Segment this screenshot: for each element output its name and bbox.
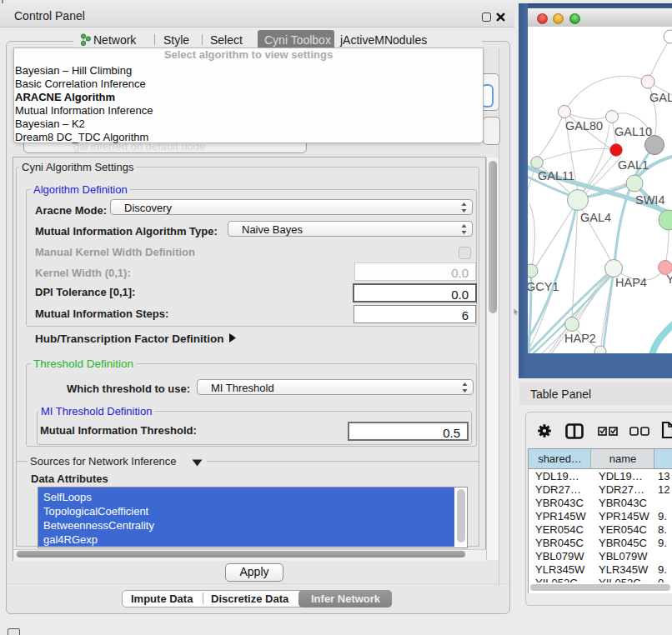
- svg-text:GAL10: GAL10: [614, 125, 652, 138]
- svg-text:GAL4: GAL4: [580, 211, 611, 224]
- svg-text:Y: Y: [666, 272, 672, 286]
- svg-text:SWI4: SWI4: [635, 193, 664, 207]
- svg-text:HAP4: HAP4: [615, 276, 647, 289]
- svg-text:GCY1: GCY1: [528, 280, 559, 293]
- svg-text:GAL: GAL: [649, 91, 672, 104]
- svg-text:HAP2: HAP2: [564, 332, 596, 345]
- svg-text:GAL11: GAL11: [538, 169, 574, 182]
- svg-text:GAL1: GAL1: [618, 158, 649, 172]
- svg-text:GAL80: GAL80: [565, 119, 603, 132]
